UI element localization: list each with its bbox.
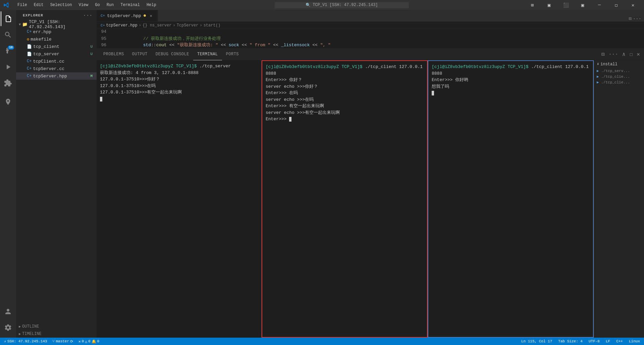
menu-edit[interactable]: Edit [31, 2, 46, 8]
client1-prompt-line: [cjl@iZ8vb3efb0tbtvz8lz3upyZ TCP_V1]$ ./… [266, 64, 424, 77]
right-panel-item-1[interactable]: ▶ ./tcp_serv... [594, 68, 644, 74]
menu-view[interactable]: View [76, 2, 91, 8]
error-count: 0 [82, 339, 84, 343]
panel-close-icon[interactable]: ✕ [635, 50, 641, 58]
breadcrumb-ns[interactable]: {} ns_server [143, 23, 171, 28]
tree-root-folder[interactable]: ▼ 📁 TCP_V1 [SSH: 47.92.245.143] [16, 21, 97, 28]
breadcrumb-method[interactable]: start() [204, 23, 220, 28]
sidebar-item-tcpserver-cc[interactable]: C+ tcpServer.cc [16, 65, 97, 72]
hpp-file-icon: C+ [27, 29, 32, 34]
menu-file[interactable]: File [15, 2, 30, 8]
panel-split-icon[interactable]: ⊟ [600, 50, 606, 58]
activity-extensions[interactable] [1, 76, 15, 90]
panel-tab-output[interactable]: OUTPUT [128, 49, 152, 60]
activity-settings[interactable] [1, 320, 15, 335]
activity-explorer[interactable] [1, 11, 15, 26]
status-line-ending[interactable]: LF [604, 338, 611, 345]
right-panel-item-3[interactable]: ▶ ./tcp_clie... [594, 79, 644, 85]
breadcrumb: C+ tcpServer.hpp › {} ns_server › TcpSer… [97, 22, 644, 29]
install-icon: ⬇ [597, 62, 599, 67]
terminal-content: [cjl@iZ8vb3efb0tbtvz8lz3upyZ TCP_V1]$ ./… [97, 60, 644, 338]
titlebar-search[interactable]: 🔍 TCP_V1 [SSH: 47.92.245.143] [275, 2, 409, 8]
panel-tab-debug[interactable]: DEBUG CONSOLE [152, 49, 193, 60]
status-linux[interactable]: Linux [628, 338, 641, 345]
timeline-section[interactable]: ▶ TIMELINE [16, 330, 97, 338]
menu-help[interactable]: Help [144, 2, 159, 8]
chevron-right-outline: ▶ [19, 325, 21, 329]
server-prompt: [cjl@iZ8vb3efb0tbtvz8lz3upyZ TCP_V1]$ [100, 64, 197, 69]
breadcrumb-file[interactable]: C+ tcpServer.hpp [101, 23, 138, 28]
outline-section[interactable]: ▶ OUTLINE [16, 323, 97, 330]
ssh-label: SSH: 47.92.245.143 [7, 339, 47, 343]
close-button[interactable]: ✕ [625, 0, 641, 10]
activity-remote[interactable] [1, 94, 15, 109]
right-panel-item-2[interactable]: ▶ ./tcp_clie... [594, 74, 644, 79]
line-num-95: 95 [97, 36, 112, 41]
panel-actions: ⊟ ··· ∧ ☐ ✕ [600, 50, 641, 58]
file-name-tcpserver-hpp: tcpServer.hpp [33, 74, 67, 79]
client2-line-1: Enter>>> 你好哟 [432, 77, 590, 83]
tab-tcpserver-hpp[interactable]: C+ tcpServer.hpp ● ✕ [97, 10, 158, 21]
status-ssh[interactable]: ⚡ SSH: 47.92.245.143 [3, 338, 48, 345]
client1-cursor [289, 117, 291, 122]
status-language[interactable]: C++ [615, 338, 624, 345]
customize-layout-button[interactable]: ⊞ [525, 0, 540, 10]
warning-count: 0 [88, 339, 91, 343]
menu-selection[interactable]: Selection [48, 2, 75, 8]
panel-tab-terminal[interactable]: TERMINAL [193, 49, 222, 60]
toggle-primary-sidebar-button[interactable]: ▣ [541, 0, 557, 10]
cc-icon-tcpclient: C+ [27, 59, 32, 64]
install-button[interactable]: ⬇ install [594, 60, 644, 68]
panel-more-icon[interactable]: ··· [607, 51, 620, 58]
sidebar-item-tcpclient-cc[interactable]: C+ tcpClient.cc [16, 58, 97, 65]
outline-label: OUTLINE [22, 324, 39, 329]
client1-line-4: server echo >>>在吗 [266, 96, 424, 103]
panel-minimize-icon[interactable]: ∧ [621, 50, 627, 58]
activity-source-control[interactable]: 18 [1, 44, 15, 58]
code-line-95: 95 // 获取新连接成功，开始进行业务处理 [97, 36, 644, 42]
breadcrumb-class[interactable]: TcpServer [177, 23, 199, 28]
activity-run[interactable] [1, 60, 15, 74]
tab-modified-dot: ● [143, 13, 147, 19]
code-editor[interactable]: 94 95 // 获取新连接成功，开始进行业务处理 96 std::cout <… [97, 29, 644, 48]
activity-search[interactable] [1, 27, 15, 42]
tcp-serv-icon: ▶ [597, 69, 599, 73]
more-tabs-icon[interactable]: ··· [633, 16, 641, 21]
search-icon: 🔍 [306, 3, 311, 8]
menu-go[interactable]: Go [92, 2, 102, 8]
tab-close-button[interactable]: ✕ [148, 13, 154, 18]
sidebar-item-tcp-server[interactable]: 📄 tcp_server U [16, 50, 97, 58]
sidebar-item-makefile[interactable]: ⚙ makefile [16, 36, 97, 43]
chevron-right-timeline: ▶ [19, 332, 21, 336]
panel-maximize-icon[interactable]: ☐ [628, 50, 634, 58]
sidebar-item-tcpserver-hpp[interactable]: C+ tcpServer.hpp M [16, 72, 97, 80]
terminal-client2[interactable]: [cjl@iZ8vb3efb0tbtvz8lz3upyZ TCP_V1]$ ./… [428, 60, 594, 338]
menu-terminal[interactable]: Terminal [118, 2, 143, 8]
sidebar-item-tcp-client[interactable]: 📄 tcp_client U [16, 43, 97, 50]
status-errors[interactable]: ✕ 0 △ 0 🔔 0 [77, 338, 101, 345]
cc-icon-tcpserver: C+ [27, 66, 32, 71]
menu-run[interactable]: Run [104, 2, 117, 8]
toggle-secondary-sidebar-button[interactable]: ▣ [575, 0, 590, 10]
sidebar-more-icon[interactable]: ··· [83, 13, 93, 18]
toggle-panel-button[interactable]: ⬛ [558, 0, 574, 10]
split-editor-icon[interactable]: ⊟ [629, 16, 631, 21]
status-encoding[interactable]: UTF-8 [587, 338, 601, 345]
branch-icon: ⑂ [52, 339, 55, 343]
activity-account[interactable] [1, 304, 15, 319]
panel-tab-ports[interactable]: PORTS [222, 49, 243, 60]
restore-button[interactable]: ◻ [608, 0, 624, 10]
terminal-server[interactable]: [cjl@iZ8vb3efb0tbtvz8lz3upyZ TCP_V1]$ ./… [97, 60, 262, 338]
panel-tab-problems[interactable]: PROBLEMS [99, 49, 128, 60]
activity-bottom [1, 304, 15, 338]
line-num-94: 94 [97, 29, 112, 34]
minimize-button[interactable]: ─ [592, 0, 607, 10]
status-ln-col[interactable]: Ln 115, Col 17 [520, 338, 553, 345]
sidebar-header-icons: ··· [83, 13, 93, 18]
status-tab-size[interactable]: Tab Size: 4 [557, 338, 584, 345]
status-branch[interactable]: ⑂ master ⟳ [51, 338, 74, 345]
terminal-panel: PROBLEMS OUTPUT DEBUG CONSOLE TERMINAL P… [97, 48, 644, 338]
tabs-bar: C+ tcpServer.hpp ● ✕ ⊟ ··· [97, 10, 644, 22]
terminal-client1[interactable]: [cjl@iZ8vb3efb0tbtvz8lz3upyZ TCP_V1]$ ./… [262, 60, 428, 338]
client2-cursor-line [432, 90, 590, 96]
